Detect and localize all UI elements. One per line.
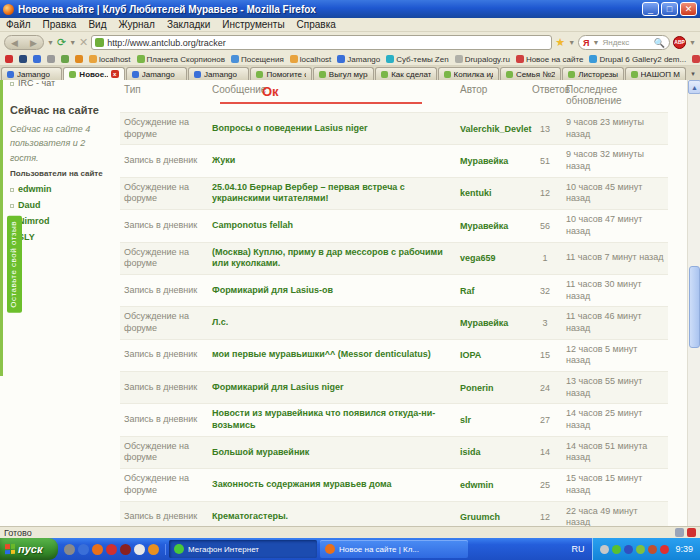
modem-icon[interactable] [648, 545, 657, 554]
search-engine-dropdown-icon[interactable]: ▼ [593, 39, 600, 46]
volume-icon[interactable] [600, 545, 609, 554]
row-title-link[interactable]: Новости из муравейника что появился отку… [208, 404, 456, 436]
menu-item-Файл[interactable]: Файл [6, 19, 31, 30]
bookmark-item[interactable]: Привязка к каждому... [692, 55, 700, 64]
tab-jamango[interactable]: Jamango [1, 67, 62, 80]
minimize-button[interactable]: _ [642, 2, 659, 16]
vertical-scrollbar[interactable]: ▲ [687, 80, 700, 526]
clock[interactable]: 9:39 [675, 544, 693, 554]
bookmark-item[interactable]: Jamango [337, 55, 380, 64]
row-title-link[interactable]: Жуки [208, 145, 456, 177]
row-title-link[interactable]: Л.с. [208, 307, 456, 339]
abp-status-icon[interactable] [687, 528, 696, 537]
sidebar-user-sly[interactable]: SLY [10, 232, 116, 242]
stop-icon[interactable]: ✕ [79, 36, 88, 49]
column-header-title[interactable]: Сообщение [208, 80, 456, 113]
outlook-icon[interactable] [78, 544, 89, 555]
row-title-link[interactable]: Крематогастеры. [208, 501, 456, 526]
tab-новое-[interactable]: Новое...x [63, 67, 124, 80]
row-author-link[interactable]: Муравейка [456, 307, 528, 339]
tab-как-сделат-[interactable]: Как сделат... [375, 67, 436, 80]
row-author-link[interactable]: slr [456, 404, 528, 436]
sidebar-user-edwmin[interactable]: edwmin [10, 184, 116, 194]
reload-dropdown-icon[interactable]: ▼ [69, 39, 76, 46]
row-author-link[interactable]: Муравейка [456, 145, 528, 177]
bookmark-item[interactable]: Drupal 6 Gallery2 dem... [589, 55, 686, 64]
row-author-link[interactable]: kentuki [456, 177, 528, 209]
row-author-link[interactable]: vega659 [456, 242, 528, 274]
back-forward-buttons[interactable]: ◀▶ [4, 35, 44, 50]
menu-item-Закладки[interactable]: Закладки [167, 19, 210, 30]
tab-close-icon[interactable]: x [111, 70, 119, 78]
taskbar-button[interactable]: Новое на сайте | Кл... [320, 540, 468, 558]
bookmark-blue-app-icon[interactable] [33, 55, 41, 63]
row-title-link[interactable]: Формикарий для Lasius-ов [208, 274, 456, 306]
row-author-link[interactable]: Raf [456, 274, 528, 306]
search-box[interactable]: Я ▼ Яндекс 🔍 [578, 35, 670, 50]
tab-семья-2-[interactable]: Семья №2 ... [500, 67, 561, 80]
tab-jamango[interactable]: Jamango [188, 67, 249, 80]
reload-icon[interactable]: ⟳ [57, 36, 66, 49]
row-author-link[interactable]: edwmin [456, 469, 528, 501]
printer-icon[interactable] [675, 528, 684, 537]
bookmark-colorful-icon[interactable] [75, 55, 83, 63]
taskbar-button[interactable]: Мегафон Интернет [169, 540, 317, 558]
language-indicator[interactable]: RU [563, 544, 592, 554]
maximize-button[interactable]: □ [661, 2, 678, 16]
bookmark-item[interactable]: localhost [290, 55, 332, 64]
alert-icon[interactable] [660, 545, 669, 554]
row-title-link[interactable]: мои первые муравьишки^^ (Messor denticul… [208, 339, 456, 371]
scrollbar-thumb[interactable] [689, 266, 700, 348]
sidebar-item-irc-chat[interactable]: IRC - чат [10, 80, 116, 88]
bookmark-item[interactable]: localhost [89, 55, 131, 64]
adblock-dropdown-icon[interactable]: ▼ [689, 39, 696, 46]
explorer-icon[interactable] [134, 544, 145, 555]
star-dropdown-icon[interactable]: ▼ [568, 39, 575, 46]
search-input[interactable]: Яндекс [602, 38, 650, 47]
row-author-link[interactable]: isida [456, 436, 528, 468]
column-header-replies[interactable]: Ответов [528, 80, 562, 113]
bookmark-star-icon[interactable]: ★ [555, 36, 565, 49]
forward-icon[interactable]: ▶ [30, 38, 37, 48]
tab-помогите-с-[interactable]: Помогите с... [250, 67, 311, 80]
bookmark-item[interactable]: Суб-темы Zen [386, 55, 448, 64]
row-title-link[interactable]: Законность содержания муравьев дома [208, 469, 456, 501]
bookmark-item[interactable]: Новое на сайте [516, 55, 584, 64]
tab-нашоп-ма-[interactable]: НАШОП МА... [625, 67, 686, 80]
network-icon[interactable] [624, 545, 633, 554]
menu-item-Инструменты[interactable]: Инструменты [222, 19, 284, 30]
row-title-link[interactable]: Большой муравейник [208, 436, 456, 468]
row-title-link[interactable]: Camponotus fellah [208, 210, 456, 242]
tab-list-icon[interactable]: ▾ [687, 68, 699, 80]
antivirus-icon[interactable] [612, 545, 621, 554]
menu-item-Журнал[interactable]: Журнал [118, 19, 155, 30]
url-bar[interactable]: http://www.antclub.org/tracker [91, 35, 552, 50]
row-title-link[interactable]: (Москва) Куплю, приму в дар мессоров с р… [208, 242, 456, 274]
bookmark-item[interactable]: Планета Скорпионов [137, 55, 225, 64]
column-header-type[interactable]: Тип [120, 80, 208, 113]
row-author-link[interactable]: Gruumch [456, 501, 528, 526]
sidebar-user-nimrod[interactable]: Nimrod [10, 216, 116, 226]
tab-копилка-ид-[interactable]: Копилка ид... [438, 67, 499, 80]
column-header-updated[interactable]: Последнее обновление [562, 80, 668, 113]
bookmark-item[interactable]: Drupalogy.ru [455, 55, 510, 64]
bookmark-red-close-icon[interactable] [5, 55, 13, 63]
adblock-icon[interactable]: ABP [673, 36, 686, 49]
bookmark-item[interactable]: Посещения [231, 55, 284, 64]
row-title-link[interactable]: Формикарий для Lasius niger [208, 372, 456, 404]
bookmark-pencil-icon[interactable] [47, 55, 55, 63]
back-icon[interactable]: ◀ [11, 38, 18, 48]
row-author-link[interactable]: IOPA [456, 339, 528, 371]
bookmark-green-grid-icon[interactable] [61, 55, 69, 63]
column-header-author[interactable]: Автор [456, 80, 528, 113]
menu-item-Справка[interactable]: Справка [297, 19, 336, 30]
tab-jamango[interactable]: Jamango [126, 67, 187, 80]
url-text[interactable]: http://www.antclub.org/tracker [107, 38, 226, 48]
row-author-link[interactable]: Valerchik_Devlet [456, 113, 528, 145]
row-author-link[interactable]: Муравейка [456, 210, 528, 242]
scroll-up-icon[interactable]: ▲ [688, 80, 700, 94]
winamp-icon[interactable] [120, 544, 131, 555]
close-button[interactable]: ✕ [680, 2, 697, 16]
menu-item-Правка[interactable]: Правка [43, 19, 77, 30]
feedback-ribbon[interactable]: Оставьте свой отзыв [7, 216, 22, 313]
